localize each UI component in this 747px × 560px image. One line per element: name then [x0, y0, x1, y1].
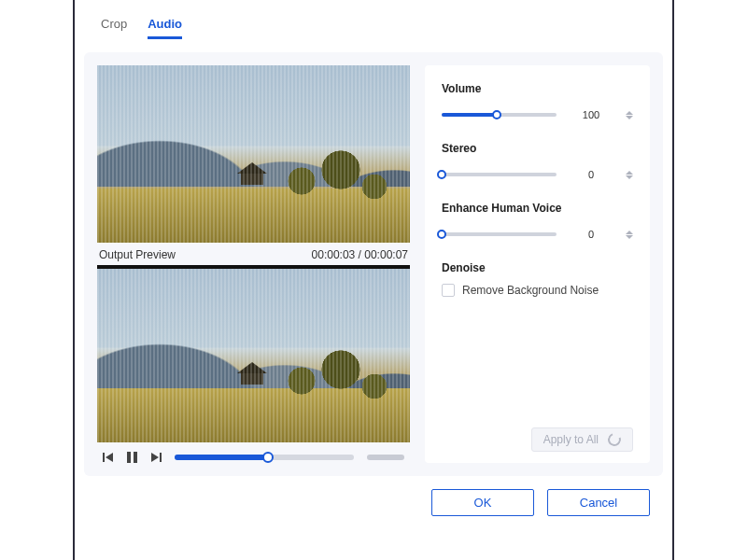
- volume-slider[interactable]: [442, 113, 557, 117]
- svg-rect-2: [127, 452, 131, 463]
- pause-icon[interactable]: [127, 452, 137, 463]
- playback-remaining: [367, 455, 404, 460]
- skip-forward-icon[interactable]: [150, 452, 162, 463]
- tab-crop[interactable]: Crop: [101, 17, 127, 39]
- svg-marker-4: [151, 453, 159, 462]
- enhance-value[interactable]: 0: [566, 224, 616, 245]
- dialog-footer: OK Cancel: [75, 476, 672, 516]
- tab-bar: Crop Audio: [75, 0, 672, 45]
- cancel-button[interactable]: Cancel: [547, 489, 650, 516]
- enhance-stepper[interactable]: [626, 231, 633, 239]
- denoise-checkbox-label: Remove Background Noise: [462, 284, 599, 297]
- tab-audio[interactable]: Audio: [148, 17, 182, 39]
- apply-to-all-button[interactable]: Apply to All: [531, 427, 633, 452]
- skip-back-icon[interactable]: [103, 452, 114, 463]
- stereo-group: Stereo 0: [442, 142, 633, 185]
- volume-value[interactable]: 100: [566, 105, 616, 125]
- denoise-group: Denoise Remove Background Noise: [442, 261, 633, 297]
- ok-button[interactable]: OK: [431, 489, 534, 516]
- preview-info-bar: Output Preview 00:00:03 / 00:00:07: [97, 243, 410, 263]
- svg-rect-5: [160, 453, 162, 462]
- stereo-label: Stereo: [442, 142, 633, 155]
- stereo-value[interactable]: 0: [566, 164, 616, 185]
- transport-controls: [97, 442, 410, 463]
- stereo-slider[interactable]: [442, 173, 557, 176]
- playback-slider[interactable]: [175, 455, 354, 460]
- preview-column: Output Preview 00:00:03 / 00:00:07: [97, 65, 410, 463]
- volume-label: Volume: [442, 82, 633, 95]
- output-preview: [97, 265, 410, 442]
- content-area: Output Preview 00:00:03 / 00:00:07: [84, 52, 663, 476]
- source-preview: [97, 65, 410, 243]
- volume-group: Volume 100: [442, 82, 633, 125]
- apply-to-all-label: Apply to All: [543, 433, 599, 446]
- output-preview-label: Output Preview: [99, 248, 176, 261]
- volume-stepper[interactable]: [626, 111, 633, 119]
- svg-rect-3: [134, 452, 137, 463]
- enhance-slider[interactable]: [442, 232, 557, 236]
- stereo-stepper[interactable]: [626, 171, 633, 179]
- enhance-label: Enhance Human Voice: [442, 202, 633, 215]
- svg-rect-0: [103, 453, 105, 462]
- refresh-icon: [606, 431, 624, 449]
- preview-time: 00:00:03 / 00:00:07: [312, 248, 408, 261]
- svg-marker-1: [106, 453, 113, 462]
- audio-settings-panel: Volume 100 Stereo 0: [425, 65, 650, 463]
- denoise-label: Denoise: [442, 261, 633, 274]
- enhance-group: Enhance Human Voice 0: [442, 202, 633, 245]
- editor-window: Crop Audio Output Preview 00:00:03 / 00:…: [73, 0, 674, 560]
- denoise-checkbox[interactable]: [442, 284, 455, 297]
